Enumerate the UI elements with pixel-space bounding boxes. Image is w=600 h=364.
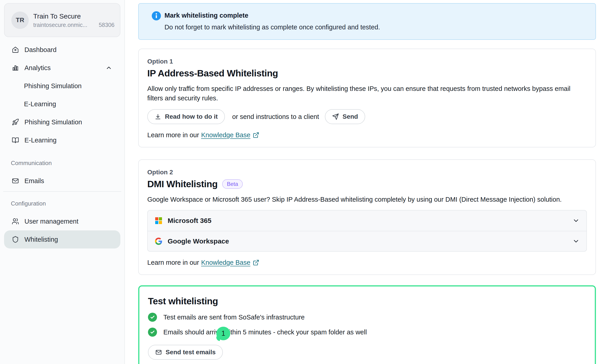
step-count-badge: 1 xyxy=(216,327,230,340)
option1-card: Option 1 IP Address-Based Whitelisting A… xyxy=(138,49,596,147)
sidebar-item-emails[interactable]: Emails xyxy=(4,172,120,190)
provider-label: Google Workspace xyxy=(168,237,229,245)
sidebar-section-communication: Communication xyxy=(11,160,120,166)
learn-more-text: Learn more in our xyxy=(147,131,199,139)
sidebar-divider xyxy=(3,191,121,192)
sidebar-nav: Dashboard Analytics Phishing Simulation … xyxy=(4,41,120,248)
org-avatar: TR xyxy=(11,11,29,29)
option2-title: DMI Whitelisting xyxy=(147,178,218,190)
learn-more-text: Learn more in our xyxy=(147,259,199,266)
sidebar-item-whitelisting[interactable]: Whitelisting xyxy=(4,230,120,248)
org-switcher[interactable]: TR Train To Secure traintosecure.onmic..… xyxy=(4,3,120,37)
sidebar-item-label: Emails xyxy=(24,177,44,185)
knowledge-base-link[interactable]: Knowledge Base xyxy=(201,131,251,139)
read-how-to-do-it-button[interactable]: Read how to do it xyxy=(147,109,225,124)
sidebar-item-label: Phishing Simulation xyxy=(24,82,82,90)
sidebar-item-label: Analytics xyxy=(24,64,51,72)
option2-eyebrow: Option 2 xyxy=(147,168,587,176)
google-logo-icon xyxy=(155,238,162,245)
test-check-item: Emails should arrive within 5 minutes - … xyxy=(148,328,586,337)
sidebar-item-analytics-elearning[interactable]: E-Learning xyxy=(4,95,120,113)
sidebar-item-dashboard[interactable]: Dashboard xyxy=(4,41,120,59)
sidebar-item-label: Whitelisting xyxy=(24,236,58,243)
sidebar-item-label: Phishing Simulation xyxy=(24,118,82,126)
users-icon xyxy=(12,218,19,225)
chevron-down-icon xyxy=(572,238,580,245)
home-icon xyxy=(12,46,19,53)
mail-icon xyxy=(12,177,19,184)
mail-icon xyxy=(155,349,162,356)
button-label: Send test emails xyxy=(166,349,216,356)
bar-chart-icon xyxy=(12,64,19,72)
beta-badge: Beta xyxy=(222,179,243,189)
provider-label: Microsoft 365 xyxy=(168,217,211,225)
chevron-up-icon xyxy=(105,64,112,71)
download-icon xyxy=(155,113,161,120)
sidebar-item-phishing-simulation[interactable]: Phishing Simulation xyxy=(4,113,120,131)
sidebar-item-label: User management xyxy=(24,218,78,225)
option1-description: Allow only traffic from specific IP addr… xyxy=(147,84,587,103)
test-check-text: Emails should arrive within 5 minutes - … xyxy=(163,328,367,336)
send-instructions-button[interactable]: Send xyxy=(325,109,365,124)
option1-title: IP Address-Based Whitelisting xyxy=(147,68,587,79)
check-circle-icon xyxy=(148,313,157,322)
sidebar-item-analytics-phishing-simulation[interactable]: Phishing Simulation xyxy=(4,77,120,95)
knowledge-base-link[interactable]: Knowledge Base xyxy=(201,259,251,266)
banner-description: Do not forget to mark whitelisting as co… xyxy=(164,23,380,32)
microsoft-365-accordion-row[interactable]: Microsoft 365 xyxy=(148,210,586,231)
info-icon xyxy=(151,11,161,21)
send-test-emails-button[interactable]: Send test emails xyxy=(148,345,223,360)
org-id: 58306 xyxy=(99,22,114,28)
button-label: Read how to do it xyxy=(165,113,218,120)
sidebar-item-label: E-Learning xyxy=(24,100,56,108)
sidebar-section-configuration: Configuration xyxy=(11,200,120,207)
google-workspace-accordion-row[interactable]: Google Workspace xyxy=(148,231,586,251)
rocket-icon xyxy=(12,118,19,126)
banner-title: Mark whitelisting complete xyxy=(164,10,380,20)
book-open-icon xyxy=(12,136,19,144)
main-content: Mark whitelisting complete Do not forget… xyxy=(125,0,600,364)
microsoft-logo-icon xyxy=(155,217,162,224)
shield-icon xyxy=(12,236,19,243)
sidebar-item-label: Dashboard xyxy=(24,46,56,54)
or-send-instructions-text: or send instructions to a client xyxy=(232,113,319,120)
sidebar-item-elearning[interactable]: E-Learning xyxy=(4,131,120,149)
chevron-down-icon xyxy=(572,217,580,224)
sidebar: TR Train To Secure traintosecure.onmic..… xyxy=(0,0,125,364)
test-whitelisting-card: Test whitelisting Test emails are sent f… xyxy=(138,285,596,364)
option1-eyebrow: Option 1 xyxy=(147,58,587,65)
option2-card: Option 2 DMI Whitelisting Beta Google Wo… xyxy=(138,159,596,275)
info-banner: Mark whitelisting complete Do not forget… xyxy=(138,3,596,40)
button-label: Send xyxy=(343,113,358,120)
org-name: Train To Secure xyxy=(33,12,114,21)
org-domain: traintosecure.onmic... xyxy=(33,22,87,28)
test-whitelisting-title: Test whitelisting xyxy=(148,295,586,307)
sidebar-item-label: E-Learning xyxy=(24,136,56,144)
sidebar-item-analytics[interactable]: Analytics xyxy=(4,59,120,77)
org-info: Train To Secure traintosecure.onmic... 5… xyxy=(33,12,114,28)
check-circle-icon xyxy=(148,328,157,337)
provider-accordion: Microsoft 365 Google Workspace xyxy=(147,210,587,252)
option2-description: Google Workspace or Microsoft 365 user? … xyxy=(147,195,587,204)
app-root: TR Train To Secure traintosecure.onmic..… xyxy=(0,0,600,364)
external-link-icon xyxy=(253,259,259,266)
test-check-item: Test emails are sent from SoSafe's infra… xyxy=(148,313,586,322)
sidebar-item-user-management[interactable]: User management xyxy=(4,212,120,230)
external-link-icon xyxy=(253,132,259,138)
send-icon xyxy=(332,113,339,120)
test-check-text: Test emails are sent from SoSafe's infra… xyxy=(163,314,305,321)
